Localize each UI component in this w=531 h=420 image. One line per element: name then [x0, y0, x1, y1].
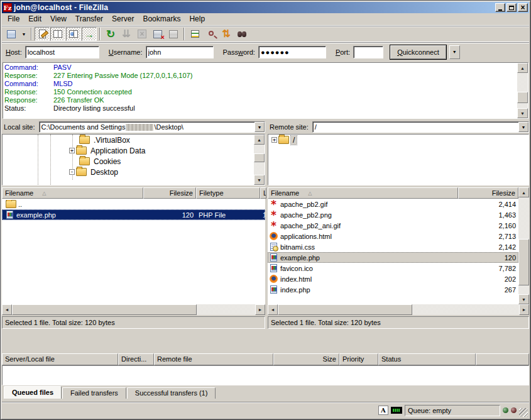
menu-file[interactable]: File: [3, 13, 24, 25]
cancel-button[interactable]: ×: [134, 27, 150, 41]
directory-comparison-button[interactable]: [203, 27, 218, 41]
local-hscrollbar[interactable]: ◄ ►: [2, 304, 265, 315]
expand-icon[interactable]: +: [69, 148, 75, 153]
folder-icon: [79, 157, 90, 165]
scroll-right-icon[interactable]: ►: [519, 304, 529, 315]
tree-item-desktop[interactable]: - Desktop: [3, 167, 254, 177]
tab-successful-transfers[interactable]: Successful transfers (1): [127, 387, 216, 399]
column-filename[interactable]: Filename△: [2, 187, 143, 199]
minimize-button[interactable]: [495, 3, 505, 12]
scroll-thumb[interactable]: [12, 304, 197, 315]
tab-queued-files[interactable]: Queued files: [4, 386, 62, 399]
column-size[interactable]: Size: [273, 353, 339, 365]
local-site-combobox[interactable]: C:\Documents and Settings\Desktop\ ▼: [39, 121, 265, 133]
tree-item-cookies[interactable]: Cookies: [3, 156, 254, 167]
file-row[interactable]: favicon.ico7,782: [268, 263, 518, 274]
remote-file-list: *apache_pb2.gif2,414 *apache_pb2.png1,46…: [268, 199, 518, 304]
scroll-down-icon[interactable]: ▼: [254, 175, 265, 185]
scroll-left-icon[interactable]: ◄: [2, 304, 12, 315]
column-filesize[interactable]: Filesize: [458, 187, 518, 199]
column-remote-file[interactable]: Remote file: [154, 353, 273, 365]
synchronized-browsing-button[interactable]: ⇅: [219, 27, 234, 41]
username-label: Username:: [109, 48, 143, 56]
site-manager-dropdown-button[interactable]: ▼: [19, 27, 28, 41]
scroll-right-icon[interactable]: ►: [255, 304, 265, 315]
menu-edit[interactable]: Edit: [24, 13, 46, 25]
scroll-up-icon[interactable]: ▲: [517, 63, 528, 73]
scroll-down-icon[interactable]: ▼: [518, 294, 529, 304]
disconnect-button[interactable]: ×: [150, 27, 165, 41]
scroll-left-icon[interactable]: ◄: [268, 304, 278, 315]
collapse-icon[interactable]: -: [69, 169, 75, 175]
host-input[interactable]: [25, 46, 99, 58]
folder-icon: [76, 168, 87, 176]
file-row[interactable]: *apache_pb2_ani.gif2,160: [268, 220, 518, 231]
file-row-example-php[interactable]: example.php 120 PHP File 1: [2, 209, 265, 220]
remote-vscrollbar[interactable]: ▲ ▼: [518, 187, 529, 304]
file-row[interactable]: index.html202: [268, 274, 518, 284]
tree-item-virtualbox[interactable]: .VirtualBox: [3, 135, 254, 145]
local-file-list: .. example.php 120 PHP File 1: [2, 199, 265, 304]
toggle-message-log-button[interactable]: [35, 27, 50, 41]
toggle-local-tree-button[interactable]: [50, 27, 65, 41]
column-server-local-file[interactable]: Server/Local file: [2, 353, 118, 365]
tab-failed-transfers[interactable]: Failed transfers: [62, 387, 126, 399]
site-manager-button[interactable]: [4, 27, 19, 41]
remote-site-combobox[interactable]: / ▼: [312, 121, 529, 133]
process-queue-button[interactable]: ⇊: [119, 27, 134, 41]
quickconnect-dropdown-button[interactable]: ▼: [449, 45, 460, 59]
combo-dropdown-icon[interactable]: ▼: [255, 122, 265, 132]
expand-icon[interactable]: +: [271, 137, 277, 143]
remote-list-area: Filename△ Filesize *apache_pb2.gif2,414 …: [268, 187, 529, 304]
scroll-up-icon[interactable]: ▲: [518, 187, 529, 197]
resize-grip[interactable]: [519, 408, 528, 417]
file-row[interactable]: applications.html2,713: [268, 231, 518, 241]
chevron-down-icon: ▼: [22, 32, 26, 36]
menu-view[interactable]: View: [46, 13, 71, 25]
remote-tree-icon: [69, 30, 78, 38]
combo-dropdown-icon[interactable]: ▼: [518, 122, 528, 132]
file-row[interactable]: *apache_pb2.png1,463: [268, 209, 518, 220]
queue-tabs: Queued files Failed transfers Successful…: [2, 385, 529, 399]
find-files-button[interactable]: [234, 27, 249, 41]
html-file-icon: [269, 275, 278, 284]
column-priority[interactable]: Priority: [339, 353, 378, 365]
tree-item-root[interactable]: + /: [268, 135, 528, 145]
close-button[interactable]: ×: [518, 3, 528, 12]
remote-hscrollbar[interactable]: ◄ ►: [268, 304, 529, 315]
toggle-queue-button[interactable]: →: [82, 27, 97, 41]
file-row[interactable]: *apache_pb2.gif2,414: [268, 199, 518, 209]
refresh-button[interactable]: ↻: [103, 27, 118, 41]
tree-item-application-data[interactable]: + Application Data: [3, 145, 254, 156]
maximize-button[interactable]: [506, 3, 517, 12]
menu-server[interactable]: Server: [107, 13, 138, 25]
file-row[interactable]: bitnami.css2,142: [268, 241, 518, 252]
scroll-down-icon[interactable]: ▼: [517, 108, 528, 118]
remote-list-header: Filename△ Filesize: [268, 187, 518, 199]
port-input[interactable]: [353, 46, 383, 58]
filter-button[interactable]: [187, 27, 202, 41]
file-row-selected[interactable]: example.php120: [268, 252, 518, 263]
column-filetype[interactable]: Filetype: [196, 187, 260, 199]
scroll-thumb[interactable]: [254, 153, 265, 162]
scroll-thumb[interactable]: [518, 239, 529, 285]
local-tree-scrollbar[interactable]: ▲ ▼: [254, 135, 265, 185]
password-input[interactable]: [258, 46, 326, 58]
column-filesize[interactable]: Filesize: [143, 187, 196, 199]
reconnect-button[interactable]: [166, 27, 181, 41]
log-scrollbar[interactable]: ▲ ▼: [517, 63, 528, 118]
scroll-up-icon[interactable]: ▲: [254, 135, 265, 145]
column-status[interactable]: Status: [378, 353, 476, 365]
file-row-parent-dir[interactable]: ..: [2, 199, 265, 209]
column-direction[interactable]: Directi...: [118, 353, 154, 365]
menu-transfer[interactable]: Transfer: [71, 13, 107, 25]
file-row[interactable]: index.php267: [268, 284, 518, 295]
scroll-thumb[interactable]: [517, 92, 528, 103]
scroll-thumb[interactable]: [278, 304, 412, 315]
menu-help[interactable]: Help: [185, 13, 209, 25]
menu-bookmarks[interactable]: Bookmarks: [138, 13, 185, 25]
quickconnect-button[interactable]: Quickconnect: [390, 45, 446, 59]
toggle-remote-tree-button[interactable]: [66, 27, 81, 41]
column-filename[interactable]: Filename△: [268, 187, 458, 199]
username-input[interactable]: [146, 46, 214, 58]
